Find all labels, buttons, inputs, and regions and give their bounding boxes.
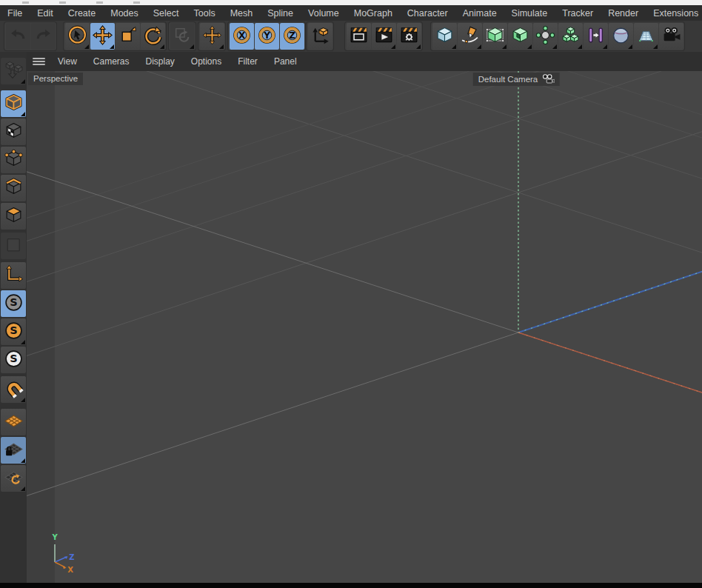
camera-button[interactable] (659, 23, 683, 50)
make-editable-button[interactable] (1, 58, 26, 84)
toolbar-group-history (4, 22, 56, 50)
deformer-button[interactable] (584, 23, 608, 50)
view-name-label[interactable]: Perspective (28, 73, 83, 85)
live-selection-icon (67, 25, 87, 48)
svg-text:S: S (10, 324, 17, 336)
viewport-menu-panel[interactable]: Panel (266, 56, 305, 67)
edit-render-settings-button[interactable] (397, 23, 421, 50)
lock-x-button[interactable]: X (230, 23, 254, 50)
menu-modes[interactable]: Modes (103, 8, 146, 19)
snap-3d-icon: S (4, 321, 24, 344)
viewport-menu-filter[interactable]: Filter (230, 56, 266, 67)
menu-file[interactable]: File (0, 8, 30, 19)
lock-workplane-icon (4, 439, 24, 462)
field-icon (611, 25, 631, 48)
move-icon (93, 25, 113, 48)
mode-sidebar: SSS (0, 52, 27, 583)
menu-create[interactable]: Create (61, 8, 104, 19)
menu-character[interactable]: Character (400, 8, 455, 19)
menu-extensions[interactable]: Extensions (646, 8, 702, 19)
tweak-mode-button[interactable] (1, 233, 26, 259)
edit-render-settings-icon (399, 25, 419, 48)
menu-volume[interactable]: Volume (301, 8, 347, 19)
undo-button[interactable] (6, 23, 30, 50)
menu-tools[interactable]: Tools (187, 8, 223, 19)
subdivision-surface-button[interactable] (483, 23, 507, 50)
render-picture-viewer-button[interactable] (372, 23, 396, 50)
menu-mesh[interactable]: Mesh (223, 8, 261, 19)
lock-z-icon: Z (282, 25, 302, 48)
rotate-button[interactable] (141, 23, 165, 50)
viewport-canvas[interactable]: Perspective Default Camera Y Z X (27, 71, 702, 583)
cloner-button[interactable] (558, 23, 583, 50)
toolbar-group-axis-locks: X Y Z (228, 22, 305, 50)
lock-workplane-button[interactable] (1, 437, 26, 464)
tweak-mode-icon (4, 235, 24, 258)
polygon-mode-button[interactable] (1, 203, 26, 230)
snap-3d-button[interactable]: S (1, 318, 26, 345)
toolbar: X Y Z (0, 21, 702, 53)
lock-z-button[interactable]: Z (280, 23, 304, 50)
workplane-icon (4, 411, 24, 434)
workplane-options-icon (4, 467, 24, 490)
viewport-menu-options[interactable]: Options (183, 56, 230, 67)
menu-simulate[interactable]: Simulate (504, 8, 555, 19)
scale-button[interactable] (116, 23, 140, 50)
viewport-menu-view[interactable]: View (50, 56, 85, 67)
axis-mode-button[interactable] (1, 262, 26, 289)
menu-tracker[interactable]: Tracker (555, 8, 601, 19)
rotate-icon (143, 25, 163, 48)
viewport-menu-display[interactable]: Display (137, 56, 182, 67)
workplane-button[interactable] (1, 409, 26, 435)
recent-tool-button[interactable] (170, 23, 195, 50)
snap-enable-button[interactable]: S (1, 290, 26, 317)
boole-button[interactable] (508, 23, 532, 50)
pen-spline-button[interactable] (458, 23, 482, 50)
viewport-menu-cameras[interactable]: Cameras (85, 56, 138, 67)
menu-render[interactable]: Render (601, 8, 646, 19)
menubar: FileEditCreateModesSelectToolsMeshSpline… (0, 5, 702, 21)
svg-text:Y: Y (51, 533, 58, 541)
move-button[interactable] (90, 23, 115, 50)
edge-mode-button[interactable] (1, 175, 26, 201)
axis-gizmo: Y Z X (40, 529, 81, 575)
edge-mode-icon (4, 177, 24, 200)
axis-mode-icon (4, 264, 24, 287)
point-mode-button[interactable] (1, 147, 26, 173)
floor-button[interactable] (634, 23, 658, 50)
menu-spline[interactable]: Spline (260, 8, 301, 19)
camera-mini-icon[interactable] (541, 74, 554, 84)
polygon-mode-icon (4, 205, 24, 228)
coordinate-system-button[interactable] (308, 23, 332, 50)
window-bottom-strip (0, 583, 702, 588)
live-selection-button[interactable] (65, 23, 90, 50)
texture-mode-button[interactable] (1, 118, 26, 145)
workplane-options-button[interactable] (1, 465, 26, 492)
svg-text:S: S (10, 353, 17, 364)
array-icon (535, 25, 555, 48)
camera-name-label[interactable]: Default Camera (473, 73, 560, 86)
magnet-button[interactable] (1, 376, 26, 403)
add-cube-button[interactable] (432, 23, 457, 50)
toolbar-group-create-objects (431, 22, 684, 50)
snap-auto-button[interactable]: S (1, 347, 26, 373)
viewport-menubar: ViewCamerasDisplayOptionsFilterPanel (27, 52, 702, 72)
viewport-menu-icon[interactable] (33, 58, 45, 66)
titlebar-mark (96, 1, 103, 4)
axis-modification-button[interactable] (200, 23, 224, 50)
menu-mograph[interactable]: MoGraph (347, 8, 400, 19)
array-button[interactable] (533, 23, 558, 50)
redo-button[interactable] (31, 23, 56, 50)
model-mode-button[interactable] (1, 90, 26, 117)
make-editable-icon (4, 60, 24, 83)
menu-select[interactable]: Select (146, 8, 187, 19)
render-view-button[interactable] (347, 23, 371, 50)
coordinate-system-icon (310, 25, 330, 48)
toolbar-group-render (345, 22, 422, 50)
menu-edit[interactable]: Edit (30, 8, 61, 19)
svg-text:S: S (10, 296, 17, 308)
toolbar-group-axis-modification (198, 22, 225, 50)
lock-y-button[interactable]: Y (255, 23, 279, 50)
menu-animate[interactable]: Animate (455, 8, 504, 19)
field-button[interactable] (609, 23, 633, 50)
